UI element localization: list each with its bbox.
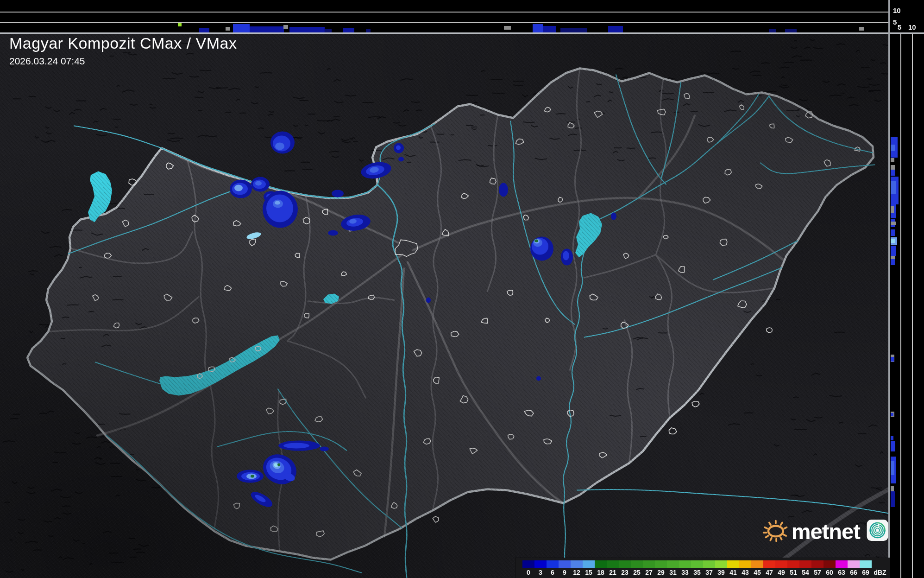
legend-value: 31 bbox=[667, 569, 679, 576]
legend-value: 47 bbox=[763, 569, 775, 576]
legend-swatch-27 bbox=[643, 560, 655, 568]
legend-value: 39 bbox=[715, 569, 727, 576]
legend-swatch-41 bbox=[727, 560, 739, 568]
panel-separator-horizontal bbox=[0, 32, 924, 34]
legend-swatch-18 bbox=[595, 560, 607, 568]
legend-value: 3 bbox=[534, 569, 547, 576]
top-cross-section-panel bbox=[0, 0, 889, 33]
legend-swatch-43 bbox=[739, 560, 751, 568]
legend-swatch-57 bbox=[811, 560, 823, 568]
legend-swatch-31 bbox=[667, 560, 679, 568]
legend-labels: 0369121518212325272931333537394143454749… bbox=[522, 569, 888, 576]
top-axis-tick-10: 10 bbox=[893, 6, 901, 14]
logo-wordmark: metnet bbox=[792, 519, 860, 544]
legend-swatch-69 bbox=[860, 560, 872, 568]
legend-value: 54 bbox=[799, 569, 811, 576]
legend-value: 29 bbox=[655, 569, 667, 576]
legend-swatch-63 bbox=[836, 560, 848, 568]
legend-swatch-15 bbox=[583, 560, 595, 568]
legend-swatch-0 bbox=[522, 560, 534, 568]
right-axis-tick-5: 5 bbox=[898, 23, 901, 31]
radar-viewer: { "header": { "title": "Magyar Kompozit … bbox=[0, 0, 924, 578]
legend-value: 25 bbox=[631, 569, 643, 576]
top-profile-bars bbox=[178, 23, 864, 32]
radar-echo-layer bbox=[0, 33, 889, 578]
legend-swatch-51 bbox=[787, 560, 799, 568]
legend-swatch-21 bbox=[607, 560, 619, 568]
legend-value: 41 bbox=[727, 569, 739, 576]
legend-value: 35 bbox=[691, 569, 703, 576]
metnet-app-icon bbox=[867, 513, 888, 547]
right-profile-bars bbox=[891, 137, 899, 507]
legend-unit: dBZ bbox=[872, 569, 888, 576]
legend-swatch-6 bbox=[547, 560, 559, 568]
top-profile-chart bbox=[0, 0, 889, 33]
legend-swatch-39 bbox=[715, 560, 727, 568]
legend-value: 66 bbox=[848, 569, 860, 576]
top-axis-tick-5: 5 bbox=[893, 18, 897, 26]
legend-swatch-23 bbox=[619, 560, 631, 568]
legend-swatch-66 bbox=[848, 560, 860, 568]
legend-swatch-9 bbox=[559, 560, 571, 568]
dbz-legend: 0369121518212325272931333537394143454749… bbox=[515, 558, 890, 578]
legend-swatch-12 bbox=[571, 560, 583, 568]
legend-swatch-25 bbox=[631, 560, 643, 568]
legend-swatch-45 bbox=[751, 560, 763, 568]
legend-value: 63 bbox=[836, 569, 848, 576]
legend-value: 60 bbox=[823, 569, 836, 576]
legend-swatch-37 bbox=[703, 560, 715, 568]
legend-swatch-35 bbox=[691, 560, 703, 568]
legend-value: 0 bbox=[522, 569, 534, 576]
legend-value: 49 bbox=[775, 569, 787, 576]
page-title: Magyar Kompozit CMax / VMax bbox=[9, 34, 237, 52]
legend-value: 69 bbox=[860, 569, 872, 576]
legend-value: 51 bbox=[787, 569, 799, 576]
legend-value: 6 bbox=[547, 569, 559, 576]
legend-swatch-29 bbox=[655, 560, 667, 568]
legend-color-bar bbox=[522, 560, 872, 568]
legend-swatch-49 bbox=[775, 560, 787, 568]
legend-value: 9 bbox=[559, 569, 571, 576]
radar-echoes bbox=[230, 132, 616, 510]
right-axis-tick-10: 10 bbox=[908, 23, 916, 31]
legend-value: 37 bbox=[703, 569, 715, 576]
metnet-logo: metnet bbox=[761, 510, 888, 551]
legend-swatch-3 bbox=[534, 560, 547, 568]
legend-value: 45 bbox=[751, 569, 763, 576]
legend-value: 27 bbox=[643, 569, 655, 576]
legend-value: 15 bbox=[583, 569, 595, 576]
legend-value: 33 bbox=[679, 569, 691, 576]
legend-swatch-60 bbox=[823, 560, 836, 568]
timestamp: 2026.03.24 07:45 bbox=[9, 56, 237, 67]
legend-value: 23 bbox=[619, 569, 631, 576]
legend-swatch-54 bbox=[799, 560, 811, 568]
map-panel bbox=[0, 33, 889, 578]
right-profile-chart bbox=[890, 0, 924, 578]
legend-value: 12 bbox=[571, 569, 583, 576]
title-block: Magyar Kompozit CMax / VMax 2026.03.24 0… bbox=[9, 34, 237, 67]
legend-swatch-33 bbox=[679, 560, 691, 568]
panel-separator-vertical bbox=[888, 0, 890, 578]
legend-value: 18 bbox=[595, 569, 607, 576]
right-cross-section-panel bbox=[890, 0, 924, 578]
legend-value: 21 bbox=[607, 569, 619, 576]
legend-value: 43 bbox=[739, 569, 751, 576]
legend-swatch-47 bbox=[763, 560, 775, 568]
sun-icon bbox=[761, 510, 791, 551]
legend-value: 57 bbox=[811, 569, 823, 576]
